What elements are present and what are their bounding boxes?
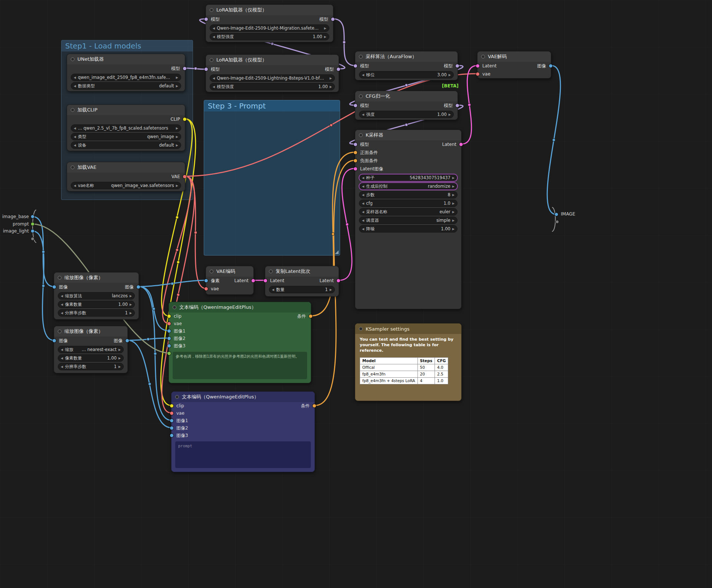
widget-clip-type[interactable]: ◀类型qwen_image▶ xyxy=(71,133,181,140)
node-clip-loader[interactable]: 加载CLIP CLIP ◀… qwen_2.5_vl_7b_fp8_scaled… xyxy=(67,104,185,151)
input-port-clip-dot[interactable] xyxy=(167,315,171,318)
input-port-latent-image-dot[interactable] xyxy=(354,167,357,171)
input-port-image3-dot[interactable] xyxy=(167,344,171,348)
node-scale-image-2[interactable]: 缩放图像（像素） 图像 图像 ◀缩放… nearest-exact▶ ◀像素数量… xyxy=(54,326,128,373)
input-port-model-dot[interactable] xyxy=(354,64,357,68)
collapse-icon[interactable] xyxy=(359,327,363,331)
combo-right-arrow-icon[interactable]: ▶ xyxy=(130,311,132,315)
input-port-image2-dot[interactable] xyxy=(167,337,171,340)
widget-resolution-steps[interactable]: ◀分辨率步数1▶ xyxy=(58,363,124,370)
combo-left-arrow-icon[interactable]: ◀ xyxy=(74,184,76,187)
combo-left-arrow-icon[interactable]: ◀ xyxy=(362,210,364,214)
combo-right-arrow-icon[interactable]: ▶ xyxy=(324,27,326,30)
node-titlebar[interactable]: K采样器 xyxy=(355,130,461,140)
combo-right-arrow-icon[interactable]: ▶ xyxy=(452,219,455,222)
collapse-icon[interactable] xyxy=(71,166,74,169)
group-step3-prompt[interactable]: Step 3 - Prompt xyxy=(204,100,340,255)
output-port-image-dot[interactable] xyxy=(549,64,552,68)
combo-left-arrow-icon[interactable]: ◀ xyxy=(362,219,364,222)
combo-right-arrow-icon[interactable]: ▶ xyxy=(176,184,178,187)
input-port-model-dot[interactable] xyxy=(354,104,357,107)
combo-right-arrow-icon[interactable]: ▶ xyxy=(452,202,455,205)
combo-right-arrow-icon[interactable]: ▶ xyxy=(176,144,178,147)
collapse-icon[interactable] xyxy=(210,58,213,62)
input-port-model-dot[interactable] xyxy=(354,143,357,146)
output-port-latent-dot[interactable] xyxy=(337,279,340,283)
group-title[interactable]: Step1 - Load models xyxy=(61,40,193,51)
output-port-model-dot[interactable] xyxy=(456,64,459,68)
collapse-icon[interactable] xyxy=(269,270,273,273)
node-titlebar[interactable]: LoRA加载器（仅模型） xyxy=(206,5,333,15)
node-model-sampling-auraflow[interactable]: 采样算法（AuraFlow） 模型 模型 ◀移位3.00▶ xyxy=(355,51,458,80)
input-port-negative-dot[interactable] xyxy=(354,159,357,163)
combo-right-arrow-icon[interactable]: ▶ xyxy=(449,73,451,77)
collapse-icon[interactable] xyxy=(481,55,485,59)
node-titlebar[interactable]: VAE编码 xyxy=(206,266,253,277)
combo-right-arrow-icon[interactable]: ▶ xyxy=(452,176,455,180)
combo-left-arrow-icon[interactable]: ◀ xyxy=(61,365,63,368)
node-titlebar[interactable]: 采样算法（AuraFlow） xyxy=(355,51,458,62)
widget-device[interactable]: ◀设备default▶ xyxy=(71,141,181,149)
widget-denoise[interactable]: ◀降噪1.00▶ xyxy=(359,225,458,233)
widget-dtype[interactable]: ◀数据类型default▶ xyxy=(71,82,181,90)
widget-model-strength[interactable]: ◀模型强度1.00▶ xyxy=(210,33,329,40)
node-vae-decode[interactable]: VAE解码 Latent 图像 vae xyxy=(477,51,551,78)
input-port-image1-dot[interactable] xyxy=(167,330,171,333)
node-titlebar[interactable]: 加载VAE xyxy=(67,162,185,173)
output-port-conditioning-dot[interactable] xyxy=(313,404,316,408)
node-titlebar[interactable]: LoRA加载器（仅模型） xyxy=(206,55,339,65)
combo-left-arrow-icon[interactable]: ◀ xyxy=(74,144,76,147)
combo-right-arrow-icon[interactable]: ▶ xyxy=(130,294,132,298)
combo-left-arrow-icon[interactable]: ◀ xyxy=(213,85,215,88)
node-titlebar[interactable]: 缩放图像（像素） xyxy=(54,326,127,337)
node-vae-encode[interactable]: VAE编码 像素 Latent vae xyxy=(206,266,254,295)
node-text-encode-positive[interactable]: 文本编码（QwenImageEditPlus） clip 条件 vae 图像1 … xyxy=(169,302,311,383)
ext-port-unused[interactable] xyxy=(556,220,559,224)
combo-right-arrow-icon[interactable]: ▶ xyxy=(176,127,178,130)
input-port-latent-dot[interactable] xyxy=(476,64,479,68)
collapse-icon[interactable] xyxy=(359,94,363,98)
output-port-latent-dot[interactable] xyxy=(459,143,463,146)
combo-left-arrow-icon[interactable]: ◀ xyxy=(61,348,63,351)
combo-left-arrow-icon[interactable]: ◀ xyxy=(74,76,76,79)
combo-right-arrow-icon[interactable]: ▶ xyxy=(324,35,326,39)
input-port-image3-dot[interactable] xyxy=(170,434,173,437)
node-titlebar[interactable]: VAE解码 xyxy=(478,51,551,62)
combo-left-arrow-icon[interactable]: ◀ xyxy=(61,294,63,298)
combo-right-arrow-icon[interactable]: ▶ xyxy=(119,348,121,351)
widget-seed[interactable]: ◀种子562834307519437▶ xyxy=(359,174,458,181)
node-titlebar[interactable]: UNet加载器 xyxy=(67,54,185,64)
collapse-icon[interactable] xyxy=(175,395,179,399)
output-port-clip-dot[interactable] xyxy=(183,118,186,121)
combo-left-arrow-icon[interactable]: ◀ xyxy=(362,73,364,77)
input-port-prompt-dot[interactable] xyxy=(167,352,171,355)
combo-right-arrow-icon[interactable]: ▶ xyxy=(449,113,451,116)
widget-scheduler[interactable]: ◀调度器simple▶ xyxy=(359,217,458,224)
node-vae-loader[interactable]: 加载VAE VAE ◀vae名称qwen_image_vae.safetenso… xyxy=(67,162,185,191)
combo-left-arrow-icon[interactable]: ◀ xyxy=(362,185,364,188)
node-titlebar[interactable]: 复制Latent批次 xyxy=(265,266,339,277)
widget-megapixels[interactable]: ◀像素数量1.00▶ xyxy=(58,301,135,308)
group-resize-handle[interactable] xyxy=(335,250,339,254)
widget-megapixels[interactable]: ◀像素数量1.00▶ xyxy=(58,354,124,362)
combo-right-arrow-icon[interactable]: ▶ xyxy=(176,76,178,79)
combo-left-arrow-icon[interactable]: ◀ xyxy=(61,357,63,360)
node-titlebar[interactable]: 缩放图像（像素） xyxy=(54,273,139,283)
input-port-vae-dot[interactable] xyxy=(170,412,173,415)
input-port-positive-dot[interactable] xyxy=(354,151,357,154)
widget-cfg[interactable]: ◀cfg1.0▶ xyxy=(359,200,458,207)
combo-right-arrow-icon[interactable]: ▶ xyxy=(119,357,121,360)
collapse-icon[interactable] xyxy=(173,305,176,309)
widget-sampler-name[interactable]: ◀采样器名称euler▶ xyxy=(359,208,458,216)
combo-left-arrow-icon[interactable]: ◀ xyxy=(74,127,76,130)
combo-right-arrow-icon[interactable]: ▶ xyxy=(330,85,332,88)
ext-port-image-base[interactable] xyxy=(31,215,34,218)
input-port-latent-dot[interactable] xyxy=(264,279,267,283)
collapse-icon[interactable] xyxy=(359,55,363,59)
widget-control-after-generate[interactable]: ◀生成后控制randomize▶ xyxy=(359,183,458,190)
collapse-icon[interactable] xyxy=(210,270,213,273)
combo-left-arrow-icon[interactable]: ◀ xyxy=(213,35,215,39)
widget-resolution-steps[interactable]: ◀分辨率步数1▶ xyxy=(58,309,135,317)
widget-lora-name[interactable]: ◀Qwen-Image-Edit-2509-Lightning-8steps-V… xyxy=(210,74,335,82)
combo-left-arrow-icon[interactable]: ◀ xyxy=(213,27,215,30)
